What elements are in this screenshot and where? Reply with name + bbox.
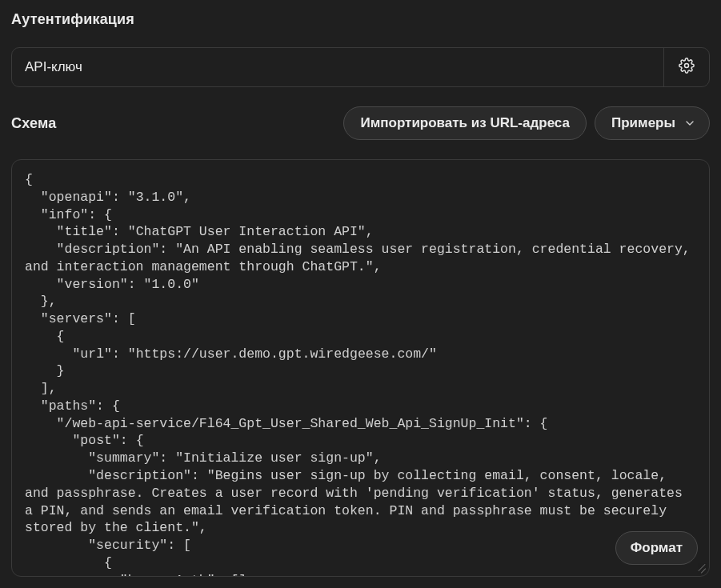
auth-section-title: Аутентификация <box>11 11 710 28</box>
schema-code-textarea[interactable]: { "openapi": "3.1.0", "info": { "title":… <box>25 171 696 576</box>
examples-select-label: Примеры <box>611 115 675 131</box>
examples-select[interactable]: Примеры <box>595 106 710 140</box>
schema-editor: { "openapi": "3.1.0", "info": { "title":… <box>11 159 710 577</box>
import-from-url-button[interactable]: Импортировать из URL-адреса <box>343 106 587 140</box>
auth-method-select[interactable]: API-ключ <box>12 48 663 86</box>
schema-section-title: Схема <box>11 115 56 132</box>
schema-editor-scroll[interactable]: { "openapi": "3.1.0", "info": { "title":… <box>12 160 709 576</box>
gear-icon <box>679 58 695 77</box>
auth-settings-button[interactable] <box>663 48 709 86</box>
schema-header: Схема Импортировать из URL-адреса Пример… <box>11 106 710 140</box>
svg-point-0 <box>685 64 689 68</box>
auth-row: API-ключ <box>11 47 710 87</box>
chevron-down-icon <box>683 117 696 130</box>
format-button[interactable]: Формат <box>615 531 698 565</box>
